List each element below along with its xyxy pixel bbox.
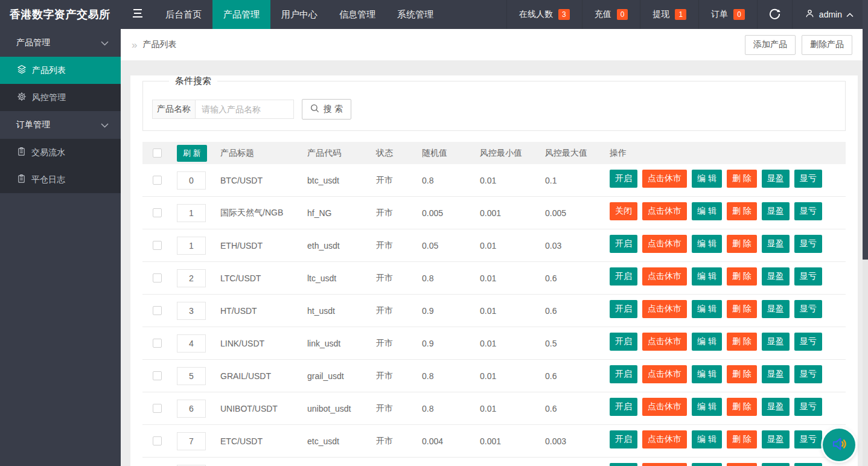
sort-order-input[interactable] — [177, 302, 206, 320]
edit-button[interactable]: 编 辑 — [692, 365, 722, 383]
sidebar-group-orders[interactable]: 订单管理 — [0, 111, 121, 139]
show-profit-button[interactable]: 显盈 — [762, 333, 790, 351]
sort-order-input[interactable] — [177, 432, 206, 450]
edit-button[interactable]: 编 辑 — [692, 430, 722, 448]
sort-order-input[interactable] — [177, 171, 206, 190]
row-checkbox[interactable] — [153, 339, 162, 348]
show-profit-button[interactable]: 显盈 — [762, 235, 790, 253]
nav-item-info[interactable]: 信息管理 — [328, 0, 386, 29]
show-profit-button[interactable]: 显盈 — [762, 430, 790, 448]
delete-button[interactable]: 删 除 — [727, 202, 757, 220]
toggle-open-close-button[interactable]: 开启 — [610, 267, 637, 286]
sidebar-group-products[interactable]: 产品管理 — [0, 29, 121, 57]
delete-button[interactable]: 删 除 — [727, 267, 757, 286]
sort-order-input[interactable] — [177, 334, 206, 353]
sort-order-input[interactable] — [177, 400, 206, 418]
stat-withdraw[interactable]: 提现 1 — [640, 0, 698, 29]
row-checkbox[interactable] — [153, 208, 162, 217]
edit-button[interactable]: 编 辑 — [692, 202, 722, 220]
pause-market-button[interactable]: 点击休市 — [642, 170, 687, 188]
show-loss-button[interactable]: 显亏 — [794, 235, 822, 253]
show-loss-button[interactable]: 显亏 — [794, 300, 822, 318]
select-all-checkbox[interactable] — [153, 148, 162, 158]
row-checkbox[interactable] — [153, 273, 162, 282]
toggle-open-close-button[interactable]: 开启 — [610, 463, 637, 466]
toggle-open-close-button[interactable]: 开启 — [610, 333, 637, 351]
nav-item-products[interactable]: 产品管理 — [212, 0, 270, 29]
row-checkbox[interactable] — [153, 436, 162, 445]
toggle-open-close-button[interactable]: 开启 — [610, 398, 637, 416]
toggle-open-close-button[interactable]: 开启 — [610, 365, 637, 383]
toggle-open-close-button[interactable]: 关闭 — [610, 202, 637, 220]
toggle-open-close-button[interactable]: 开启 — [610, 300, 637, 318]
show-loss-button[interactable]: 显亏 — [794, 398, 822, 416]
pause-market-button[interactable]: 点击休市 — [642, 235, 687, 253]
row-checkbox[interactable] — [153, 306, 162, 315]
edit-button[interactable]: 编 辑 — [692, 235, 722, 253]
pause-market-button[interactable]: 点击休市 — [642, 398, 687, 416]
sidebar-item-close-log[interactable]: 平仓日志 — [0, 166, 121, 193]
toggle-open-close-button[interactable]: 开启 — [610, 170, 637, 188]
show-loss-button[interactable]: 显亏 — [794, 463, 822, 466]
edit-button[interactable]: 编 辑 — [692, 333, 722, 351]
pause-market-button[interactable]: 点击休市 — [642, 365, 687, 383]
delete-button[interactable]: 删 除 — [727, 365, 757, 383]
nav-item-system[interactable]: 系统管理 — [386, 0, 444, 29]
show-profit-button[interactable]: 显盈 — [762, 170, 790, 188]
row-checkbox[interactable] — [153, 404, 162, 413]
delete-button[interactable]: 删 除 — [727, 430, 757, 448]
delete-button[interactable]: 删 除 — [727, 300, 757, 318]
pause-market-button[interactable]: 点击休市 — [642, 430, 687, 448]
edit-button[interactable]: 编 辑 — [692, 170, 722, 188]
row-checkbox[interactable] — [153, 241, 162, 250]
user-menu[interactable]: admin — [792, 0, 868, 29]
delete-button[interactable]: 删 除 — [727, 235, 757, 253]
show-loss-button[interactable]: 显亏 — [794, 267, 822, 286]
show-profit-button[interactable]: 显盈 — [762, 365, 790, 383]
show-loss-button[interactable]: 显亏 — [794, 430, 822, 448]
stat-online-users[interactable]: 在线人数 3 — [506, 0, 582, 29]
show-profit-button[interactable]: 显盈 — [762, 398, 790, 416]
delete-button[interactable]: 删 除 — [727, 398, 757, 416]
edit-button[interactable]: 编 辑 — [692, 463, 722, 466]
sort-order-input[interactable] — [177, 269, 206, 287]
scrollbar-thumb[interactable] — [863, 0, 868, 260]
sidebar-toggle-button[interactable] — [121, 0, 155, 29]
add-product-button[interactable]: 添加产品 — [745, 35, 796, 55]
pause-market-button[interactable]: 点击休市 — [642, 463, 687, 466]
stat-orders[interactable]: 订单 0 — [698, 0, 757, 29]
delete-button[interactable]: 删 除 — [727, 333, 757, 351]
show-loss-button[interactable]: 显亏 — [794, 333, 822, 351]
nav-item-dashboard[interactable]: 后台首页 — [155, 0, 212, 29]
sidebar-item-product-list[interactable]: 产品列表 — [0, 57, 121, 84]
row-checkbox[interactable] — [153, 176, 162, 185]
delete-button[interactable]: 删 除 — [727, 170, 757, 188]
delete-product-button[interactable]: 删除产品 — [802, 35, 852, 55]
toggle-open-close-button[interactable]: 开启 — [610, 235, 637, 253]
edit-button[interactable]: 编 辑 — [692, 398, 722, 416]
edit-button[interactable]: 编 辑 — [692, 300, 722, 318]
show-loss-button[interactable]: 显亏 — [794, 170, 822, 188]
sort-order-input[interactable] — [177, 237, 206, 255]
show-profit-button[interactable]: 显盈 — [762, 300, 790, 318]
show-profit-button[interactable]: 显盈 — [762, 267, 790, 286]
refresh-button[interactable] — [757, 0, 792, 29]
sort-order-input[interactable] — [177, 367, 206, 385]
pause-market-button[interactable]: 点击休市 — [642, 300, 687, 318]
show-profit-button[interactable]: 显盈 — [762, 463, 790, 466]
stat-recharge[interactable]: 充值 0 — [582, 0, 640, 29]
sidebar-item-risk-control[interactable]: 风控管理 — [0, 84, 121, 111]
announcement-widget[interactable] — [823, 429, 855, 461]
show-loss-button[interactable]: 显亏 — [794, 365, 822, 383]
row-checkbox[interactable] — [153, 371, 162, 380]
pause-market-button[interactable]: 点击休市 — [642, 202, 687, 220]
sort-order-input[interactable] — [177, 204, 206, 222]
delete-button[interactable]: 删 除 — [727, 463, 757, 466]
search-button[interactable]: 搜 索 — [302, 99, 351, 120]
pause-market-button[interactable]: 点击休市 — [642, 267, 687, 286]
show-profit-button[interactable]: 显盈 — [762, 202, 790, 220]
toggle-open-close-button[interactable]: 开启 — [610, 430, 637, 448]
nav-item-users[interactable]: 用户中心 — [270, 0, 328, 29]
sidebar-item-transactions[interactable]: 交易流水 — [0, 139, 121, 166]
product-name-input[interactable] — [196, 100, 294, 119]
